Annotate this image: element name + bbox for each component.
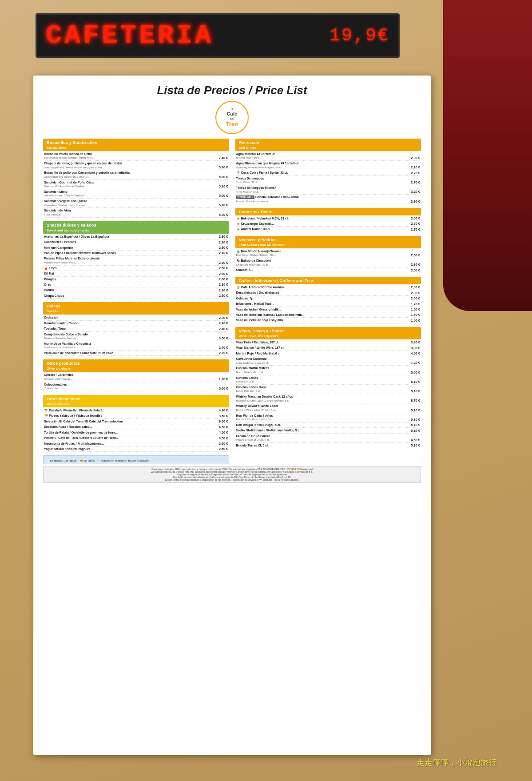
item-price: 5,10 €	[405, 389, 420, 393]
menu-paper: Lista de Precios / Price List le Café de…	[33, 76, 431, 755]
list-item: Smoothie... 3,50 €	[236, 268, 421, 273]
left-column: Bocadillos y Sándwiches Sandwiches Bocad…	[43, 139, 229, 464]
item-price: 2,00 €	[405, 156, 420, 160]
item-price: 2,70 €	[213, 346, 228, 350]
list-item: Pan de Pipas / Breadsticks with sunflowe…	[44, 251, 228, 256]
item-name: Selección El Café del Tren / El Café del…	[44, 419, 213, 423]
cafe-logo: le Café del Tren	[215, 101, 249, 134]
item-name: Mini fuel Campofrio	[44, 246, 213, 250]
list-item: Postre El Café del Tren / Dessert El Caf…	[44, 436, 228, 441]
item-price: 2,20 €	[213, 261, 228, 265]
item-name: Chapata de lomo, pimiento y queso en pan…	[44, 161, 213, 169]
coffees-header: Cafés e Infusiones / Coffees and Teas	[235, 277, 421, 284]
list-item: Chicles / CaramelosChewing gum / Candy..…	[44, 373, 228, 382]
item-name: Brandy Torres XI, 5 cl.	[236, 443, 405, 447]
item-name: 🍜 Fideos Yakisoba / Yakisoba Noodles	[44, 414, 213, 418]
list-item: Mini fuel Campofrio 2,80 €	[44, 246, 228, 251]
list-item: Tónica SchweppesTonic Water, 33 cl. 2,70…	[236, 176, 421, 185]
list-item: Tortilla de Patata / Omelette de pommes …	[44, 430, 228, 435]
item-price: 2,10 €	[213, 251, 228, 255]
list-item: Oreo 2,10 €	[44, 283, 228, 287]
item-price: 5,00 €	[213, 387, 228, 390]
other-products-title-english: Other products	[47, 367, 71, 371]
list-item: Bocadillo Paleta Ibérica de CeboSandwich…	[44, 152, 228, 161]
item-name: Croissant	[44, 315, 213, 319]
item-name: Pan de Pipas / Breadsticks with sunflowe…	[44, 251, 213, 255]
item-price: 5,60 €	[405, 371, 420, 375]
wines-title-spanish: Vinos, Cavas y Licores	[239, 328, 285, 333]
footer-icons: 📄 Sin factura / Con factura 💳 Sin tarjet…	[46, 459, 226, 462]
logo-le: le	[231, 107, 234, 111]
item-name: Tortilla de Patata / Omelette de pommes …	[44, 430, 213, 434]
list-item: Aceitunas La Española / Olives La Españo…	[44, 235, 228, 239]
item-name: Haribo	[44, 288, 213, 292]
item-price: 3,50 €	[405, 268, 420, 272]
item-price: 3,50 €	[213, 436, 228, 440]
item-price: 0,50 €	[213, 336, 228, 340]
item-price: 4,80 €	[213, 408, 228, 412]
item-price: 5,00 €	[213, 194, 228, 198]
list-item: Vino Tinto / Red Wine, 187 cl. 3,80 €	[236, 340, 421, 345]
item-name: Martini Rojo / Red Martini, 6 cl.	[236, 351, 405, 355]
item-name: Chicles / CaramelosChewing gum / Candy..…	[44, 373, 213, 381]
list-item: Ginebra LariosLarios Gin, 5 cl. 5,10 €	[236, 376, 421, 385]
item-price: 1,50 €	[405, 307, 420, 311]
nectars-title-spanish: Néctares y Batidos	[239, 237, 277, 242]
item-price: 4,50 €	[213, 430, 228, 434]
item-price: 7,20 €	[405, 361, 420, 365]
bottom-chinese-text: 走走停停，小燈泡旅行	[417, 757, 496, 768]
item-price: 5,10 €	[405, 443, 420, 447]
list-item: Ginebra Martin Miller'sMartin Miller's G…	[236, 366, 421, 375]
list-item: 🥤 Coca-Cola / Fanta / Sprite, 33 cl. 2,7…	[236, 171, 421, 175]
item-price: 2,10 €	[213, 288, 228, 292]
list-item: Ron Brugal / RUM Brugal, 5 cl. 5,10 €	[236, 423, 421, 428]
list-item: Whisky Macallan Double Cask 12 añosMacal…	[236, 394, 421, 403]
led-display-board: CAFETERIA 19,9€	[36, 13, 400, 58]
item-price: 2,70 €	[405, 227, 420, 231]
item-price: 2,60 €	[213, 447, 228, 451]
coffees-title: Cafés e Infusiones / Coffees and Teas	[239, 278, 314, 283]
item-name: Bocadillo Paleta Ibérica de CeboSandwich…	[44, 152, 213, 160]
sweets-list: Croissant 2,30 € Donuts Llendat / Tunndi…	[43, 315, 229, 356]
list-item: Complemento Dulce o SaladoToppings Sweet…	[44, 332, 228, 341]
item-name: Vaso de leche sin lactosa / Lactose-free…	[236, 313, 405, 317]
item-price: 2,70 €	[405, 171, 420, 175]
item-price: 5,00 €	[213, 213, 228, 217]
list-item: Vaso de leche sin lactosa / Lactose-free…	[236, 313, 421, 318]
wines-header: Vinos, Cavas y Licores Wine, Cava and Li…	[235, 327, 421, 339]
list-item: 🍟 Lay's 2,50 €	[44, 266, 228, 271]
list-item: Pringles 2,00 €	[44, 277, 228, 282]
other-choices-title-english: Other choices	[47, 402, 69, 406]
item-name: Ensalada Rusa / Russian salad...	[44, 425, 213, 429]
list-item: 🍺 Cruzcampo Especial... 2,70 €	[236, 222, 421, 227]
list-item: Cava Anna CodorniuAnna Codorniu Cava, 20…	[236, 357, 421, 366]
item-price: 5,80 €	[405, 418, 420, 422]
list-item: Bocadillo de pollo con Camembert y cebol…	[44, 171, 228, 179]
item-name: Sándwich de AtúnTuna Sandwich...	[44, 208, 213, 216]
list-item: Selección El Café del Tren / El Café del…	[44, 419, 228, 424]
right-column: Refrescos Soft Drinks Agua mineral 🏷 Car…	[235, 139, 421, 464]
item-price: 2,00 €	[405, 291, 420, 295]
item-name: Aceitunas La Española / Olives La Españo…	[44, 235, 213, 239]
item-name: Descafeinado / Decaffeinated	[236, 291, 405, 295]
item-price: 6,00 €	[213, 175, 228, 179]
item-name: Ginebra LariosLarios Gin, 5 cl.	[236, 376, 405, 384]
item-price: 9,00 €	[213, 419, 228, 423]
logo-cafe: Café	[227, 111, 238, 117]
list-item: Ensalada Rusa / Russian salad... 4,50 €	[44, 425, 228, 430]
item-price: 2,10 €	[213, 321, 228, 325]
item-price: 2,80 €	[213, 246, 228, 250]
item-name: Ginebra Martin Miller'sMartin Miller's G…	[236, 366, 405, 374]
list-item: Colacao 🍫 2,00 €	[236, 296, 421, 301]
other-products-list: Chicles / CaramelosChewing gum / Candy..…	[43, 373, 229, 391]
item-name: Vodka Stolichnaya / Stolichnaya Vodka, 5…	[236, 428, 405, 432]
list-item: 🍺 Amstel Radler, 33 cl. 2,70 €	[236, 227, 421, 232]
item-name: Postre El Café del Tren / Dessert El Caf…	[44, 436, 213, 440]
item-price: 5,10 €	[213, 203, 228, 207]
beers-header: Cervezas / Beers	[235, 208, 421, 215]
item-name: Oreo	[44, 283, 213, 287]
item-name: Patatas Fritas Marinas Extra-crujienteMa…	[44, 256, 213, 264]
red-curtain-shape	[443, 0, 532, 311]
item-name: Chupa Chups	[44, 294, 213, 298]
list-item: Brandy Torres XI, 5 cl. 5,10 €	[236, 443, 421, 448]
